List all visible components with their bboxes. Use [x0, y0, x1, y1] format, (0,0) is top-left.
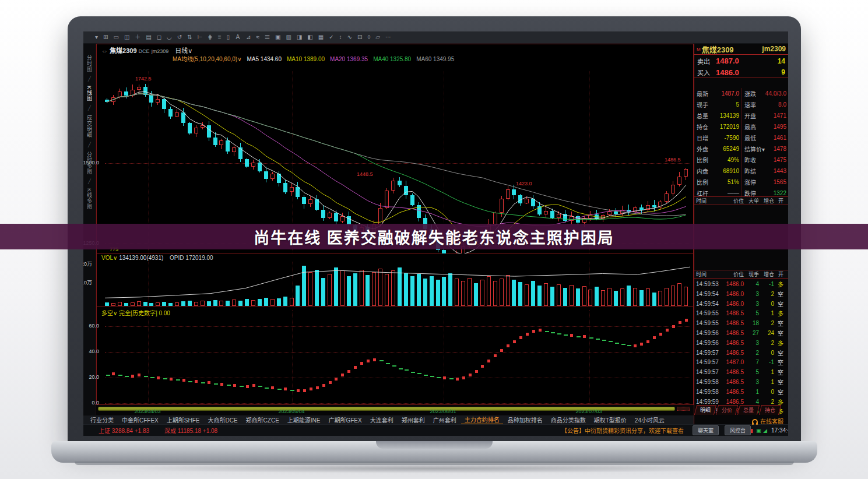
status-button-聊天室[interactable]: 聊天室 [693, 425, 719, 435]
toolbar-icon-15[interactable]: ⊿ [246, 34, 251, 40]
big-orders-header: 时间价位大单增仓开 [694, 196, 788, 205]
indicator-marker-up [666, 329, 669, 332]
indicator-marker-down [176, 379, 180, 381]
indicator-marker-down [214, 383, 218, 385]
indicator-marker-down [627, 345, 631, 346]
toolbar-icon-28[interactable]: ▱ [375, 34, 380, 40]
market-tab-行业分类[interactable]: 行业分类 [87, 415, 117, 424]
indicator-marker-up [297, 389, 300, 392]
bid-row[interactable]: 买入 1486.0 9 [694, 67, 788, 78]
marker-icon: M [697, 47, 701, 52]
indicator-marker-down [602, 340, 606, 341]
toolbar-icon-17[interactable]: ☰ [265, 34, 270, 40]
indicator-marker-up [373, 358, 376, 361]
indicator-marker-up [354, 366, 357, 369]
tab-divider: ╱ [88, 105, 91, 111]
market-tab-大商所DCE[interactable]: 大商所DCE [204, 415, 241, 424]
detail-tab-明细[interactable]: 明细 [694, 405, 716, 415]
toolbar-icon-20[interactable]: ◨ [297, 34, 302, 40]
indicator-marker-up [233, 384, 236, 387]
sidebar-tab-K线图[interactable]: K线图 [86, 86, 93, 101]
status-bar: 上证 3288.84 +1.83深成 11185.18 +1.08【公告】中衍期… [83, 424, 788, 436]
indicator-marker-up [634, 344, 637, 347]
detail-tabs: 明细分价总量持仓 [694, 405, 788, 415]
toolbar-icon-10[interactable]: ⊢ [198, 34, 203, 40]
indicator-marker-up [469, 374, 472, 376]
quote-field-昨结: 昨结1443 [742, 165, 788, 177]
detail-tab-分价[interactable]: 分价 [716, 405, 738, 415]
toolbar-icon-12[interactable]: ≡ [218, 34, 222, 40]
ma60-line [107, 94, 686, 216]
ma-settings-dropdown[interactable]: MA均线(5,10,20,40,60,0)∨ [173, 56, 242, 62]
online-service-link[interactable]: 在线客服 [752, 417, 783, 425]
toolbar-icon-25[interactable]: ∿ [347, 34, 352, 40]
toolbar-icon-6[interactable]: ◻ [157, 34, 161, 40]
toolbar-icon-21[interactable]: ◧ [307, 34, 312, 40]
volume-value: 134139.00(4931) [119, 255, 163, 261]
sidebar-tab-分时图[interactable]: 分时图 [86, 55, 93, 72]
indicator-marker-up [310, 388, 312, 390]
market-tab-中金所CFFEX[interactable]: 中金所CFFEX [118, 415, 162, 424]
indicator-marker-up [570, 334, 573, 337]
toolbar-icon-4[interactable]: ＋ [135, 34, 140, 40]
indicator-marker-down [430, 376, 434, 377]
chart-exchange: DCE [139, 48, 150, 54]
ma20-line [107, 94, 686, 226]
market-tab-郑商所CZCE[interactable]: 郑商所CZCE [243, 415, 283, 424]
status-button-风控台[interactable]: 风控台 [725, 425, 751, 435]
indicator-marker-down [609, 341, 613, 342]
toolbar-icon-3[interactable]: ◫ [124, 34, 129, 40]
market-tab-大连套利[interactable]: 大连套利 [367, 415, 397, 424]
market-tab-商品分类指数[interactable]: 商品分类指数 [547, 415, 589, 424]
indicator-marker-up [303, 389, 306, 392]
market-tab-期权T型报价[interactable]: 期权T型报价 [591, 415, 630, 424]
toolbar-icon-2[interactable]: ▭ [113, 34, 118, 40]
detail-tab-持仓[interactable]: 持仓 [759, 405, 781, 415]
toolbar-icon-13[interactable]: ▯ [227, 34, 230, 40]
toolbar-icon-8[interactable]: ↺ [177, 34, 182, 40]
date-gridline [589, 310, 590, 403]
toolbar-icon-9[interactable]: ⇅ [187, 34, 192, 40]
laptop-base-notch [376, 441, 493, 449]
market-tab-主力合约排名[interactable]: 主力合约排名 [461, 415, 503, 425]
toolbar-icon-18[interactable]: ▣ [275, 34, 280, 40]
market-tab-广州套利[interactable]: 广州套利 [430, 415, 460, 424]
announcement-ticker[interactable]: 【公告】中衍期货精彩资讯分享，欢迎下载查看 [561, 426, 684, 435]
sidebar-tab-成交明细[interactable]: 成交明细 [86, 115, 93, 138]
toolbar-icon-29[interactable]: ⋯ [385, 34, 391, 40]
ask-row[interactable]: 卖出 1487.0 14 [694, 56, 788, 66]
toolbar-icon-11[interactable]: ⋕ [208, 34, 212, 40]
sidebar-tab-K线多图[interactable]: K线多图 [86, 188, 93, 210]
toolbar-icon-27[interactable]: ◊ [367, 34, 370, 40]
trade-row: 14:59:531486.04-1多 [694, 279, 788, 289]
indicator-marker-up [519, 336, 522, 339]
period-dropdown[interactable]: 日线∨ [175, 47, 192, 54]
toolbar-icon-16[interactable]: ≈ [256, 34, 259, 40]
trade-row: 14:59:581486.531空 [694, 377, 788, 387]
date-gridline [292, 310, 293, 403]
scrollbar-end [677, 407, 690, 411]
toolbar-icon-23[interactable]: ✓ [329, 34, 333, 40]
indicator-marker-up [220, 383, 223, 386]
toolbar-icon-5[interactable]: ▤ [146, 34, 151, 40]
market-tab-上期所SHFE[interactable]: 上期所SHFE [163, 415, 203, 424]
news-banner[interactable]: 尚牛在线 医养交融破解失能老东说念主照护困局 [0, 224, 868, 249]
market-tab-24小时风云[interactable]: 24小时风云 [631, 415, 668, 424]
detail-tab-总量[interactable]: 总量 [737, 405, 760, 415]
quote-field-结算价▾: 结算价▾1478 [742, 143, 788, 154]
toolbar-icon-7[interactable]: ◡ [167, 34, 172, 40]
toolbar-icon-1[interactable]: ⊞ [103, 34, 108, 40]
market-tab-品种加权排名[interactable]: 品种加权排名 [504, 415, 546, 424]
toolbar-icon-24[interactable]: ↕ [339, 34, 342, 40]
toolbar-icon-22[interactable]: ▦ [318, 34, 324, 40]
toolbar-icon-0[interactable]: ▾ [95, 34, 98, 40]
market-tab-广期所GFEX[interactable]: 广期所GFEX [325, 415, 365, 424]
toolbar-icon-26[interactable]: ⊟ [357, 34, 362, 40]
market-tab-上期能源INE[interactable]: 上期能源INE [284, 415, 324, 424]
toolbar-icon-14[interactable]: Ａ [235, 34, 241, 40]
market-tab-郑州套利[interactable]: 郑州套利 [398, 415, 428, 424]
toolbar-icon-19[interactable]: ▥ [286, 34, 291, 40]
date-label: 2023/04/03 [134, 408, 160, 414]
quote-field-比例: 比例51% [694, 177, 742, 188]
volume-label[interactable]: VOL∨ [101, 255, 117, 261]
